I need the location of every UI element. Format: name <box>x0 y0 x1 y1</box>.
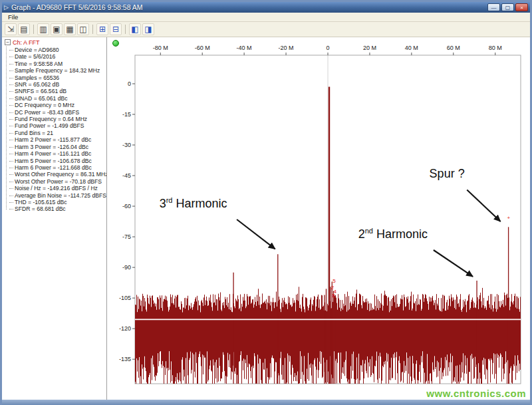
tree-item[interactable]: Worst Other Frequency = 86.31 MHz <box>8 171 106 178</box>
maximize-button[interactable]: ▢ <box>501 3 514 11</box>
tree-item[interactable]: Time = 9:58:58 AM <box>8 61 106 67</box>
y-tick-label: -120 <box>119 325 131 332</box>
window-title: Graph - AD9680 FFT 5/6/2016 9:58:58 AM <box>11 3 487 11</box>
tree-header: − Ch: A FFT <box>5 39 106 46</box>
tree-items: Device = AD9680Date = 5/6/2016Time = 9:5… <box>5 47 106 213</box>
x-tick-label: -20 M <box>279 45 294 51</box>
tree-item[interactable]: Average Bin Noise = -114.725 dBFS <box>8 192 106 199</box>
y-tick-label: -105 <box>119 295 131 301</box>
watermark: www.cntronics.com <box>426 388 526 399</box>
grid-toggle-icon[interactable]: ⊞ <box>96 23 108 35</box>
tree-item[interactable]: Date = 5/6/2016 <box>8 53 106 60</box>
y-tick-label: -90 <box>122 264 131 271</box>
y-tick-label: -135 <box>119 356 131 362</box>
x-axis-zoom-icon[interactable]: ◧ <box>129 23 141 35</box>
legend-toggle-icon[interactable]: ⊟ <box>110 23 122 35</box>
window: ▷ Graph - AD9680 FFT 5/6/2016 9:58:58 AM… <box>0 0 532 405</box>
content: − Ch: A FFT Device = AD9680Date = 5/6/20… <box>2 37 530 400</box>
toolbar-separator <box>33 25 34 34</box>
x-tick-label: 0 <box>326 45 329 51</box>
app-icon: ▷ <box>4 2 9 13</box>
fft-chart[interactable]: 5246+-80 M-60 M-40 M-20 M020 M40 M60 M80… <box>108 37 530 400</box>
y-tick-label: -30 <box>122 142 131 148</box>
x-tick-label: 60 M <box>447 45 460 51</box>
minimize-button[interactable]: — <box>487 3 500 11</box>
x-tick-label: 80 M <box>489 45 502 51</box>
tree-collapse-toggle[interactable]: − <box>5 39 11 45</box>
tree-item[interactable]: SINAD = 65.061 dBc <box>8 95 106 102</box>
y-tick-label: -75 <box>122 233 131 240</box>
tree-item[interactable]: DC Power = -83.43 dBFS <box>8 109 106 116</box>
tree-item[interactable]: Sample Frequency = 184.32 MHz <box>8 67 106 74</box>
window-controls: — ▢ × <box>487 3 528 11</box>
sidebar-tree: − Ch: A FFT Device = AD9680Date = 5/6/20… <box>2 37 107 400</box>
graph-area: 5246+-80 M-60 M-40 M-20 M020 M40 M60 M80… <box>108 37 530 400</box>
save-icon[interactable]: ▦ <box>64 23 76 35</box>
tree-item[interactable]: Fund Power = -1.499 dBFS <box>8 122 106 129</box>
y-tick-label: -60 <box>122 203 131 209</box>
tree-item[interactable]: Device = AD9680 <box>8 47 106 53</box>
tree-item[interactable]: Harm 4 Power = -116.121 dBc <box>8 150 106 157</box>
tree-item[interactable]: SFDR = 68.681 dBc <box>8 205 106 212</box>
toolbar: ⇲▤▥▣▦◫⊞⊟◧◨ <box>2 22 530 37</box>
tree-item[interactable]: SNR = 65.062 dB <box>8 81 106 88</box>
tree-item[interactable]: Fund Frequency = 0.64 MHz <box>8 116 106 122</box>
copy-icon[interactable]: ◫ <box>77 23 89 35</box>
y-tick-label: -45 <box>122 172 131 179</box>
bin-number-label: 6 <box>332 293 335 299</box>
data-table-icon[interactable]: ▤ <box>18 23 30 35</box>
annotation-text: Spur ? <box>430 167 465 180</box>
menubar: File <box>2 13 530 22</box>
toolbar-separator <box>92 25 93 34</box>
window-resize-edge[interactable] <box>2 400 530 405</box>
y-tick-label: 0 <box>128 80 131 87</box>
tree-item[interactable]: Harm 5 Power = -106.678 dBc <box>8 158 106 164</box>
annotation-text: 3rd Harmonic <box>160 196 227 210</box>
toolbar-separator <box>125 25 126 34</box>
cursor-lines-icon[interactable]: ▥ <box>37 23 49 35</box>
annotation-text: 2nd Harmonic <box>358 227 428 241</box>
status-ok-indicator <box>112 40 119 47</box>
export-graph-icon[interactable]: ⇲ <box>5 23 17 35</box>
x-tick-label: 40 M <box>405 45 418 51</box>
annotation-arrow <box>434 250 473 277</box>
x-tick-label: -40 M <box>237 45 252 51</box>
tree-item[interactable]: Samples = 65536 <box>8 74 106 81</box>
annotation-arrow <box>237 219 275 249</box>
y-tick-label: -15 <box>122 111 131 118</box>
tree-item[interactable]: THD = -105.615 dBc <box>8 199 106 205</box>
tree-item[interactable]: Noise / Hz = -149.216 dBFS / Hz <box>8 185 106 192</box>
menu-file[interactable]: File <box>3 13 23 21</box>
tree-item[interactable]: Harm 2 Power = -115.877 dBc <box>8 136 106 143</box>
chart-annotation: Spur ? <box>430 167 501 221</box>
tree-root-label[interactable]: Ch: A FFT <box>13 39 40 46</box>
tree-item[interactable]: DC Frequency = 0 MHz <box>8 102 106 108</box>
bin-number-label: + <box>507 215 511 221</box>
x-tick-label: -60 M <box>195 45 210 51</box>
annotation-icon[interactable]: ▣ <box>51 23 63 35</box>
close-button[interactable]: × <box>515 3 528 11</box>
tree-item[interactable]: Harm 6 Power = -121.668 dBc <box>8 164 106 171</box>
chart-annotation: 3rd Harmonic <box>160 196 275 249</box>
tree-item[interactable]: SNRFS = 66.561 dB <box>8 88 106 94</box>
x-tick-label: 20 M <box>363 45 376 51</box>
tree-item[interactable]: Harm 3 Power = -126.04 dBc <box>8 144 106 150</box>
chart-annotation: 2nd Harmonic <box>358 227 473 277</box>
y-axis-zoom-icon[interactable]: ◨ <box>142 23 154 35</box>
titlebar[interactable]: ▷ Graph - AD9680 FFT 5/6/2016 9:58:58 AM… <box>2 2 530 13</box>
x-tick-label: -80 M <box>153 45 168 51</box>
bin-number-label: 5 <box>332 278 336 284</box>
annotation-arrow <box>467 190 500 222</box>
tree-item[interactable]: Fund Bins = 21 <box>8 130 106 136</box>
tree-item[interactable]: Worst Other Power = -70.18 dBFS <box>8 178 106 185</box>
